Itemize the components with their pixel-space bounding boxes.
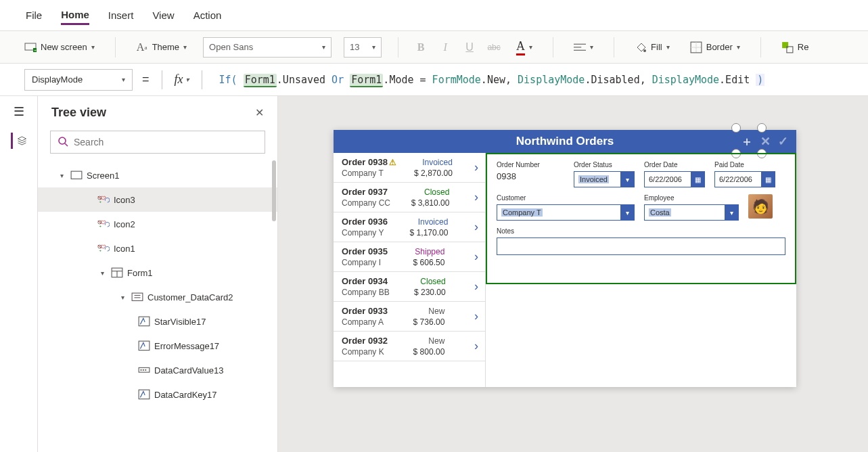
order-list[interactable]: Order 0938⚠Company TInvoiced$ 2,870.00›O… bbox=[334, 153, 486, 387]
order-number: Order 0934 bbox=[342, 276, 390, 286]
fill-button[interactable]: Fill ▾ bbox=[631, 39, 674, 56]
order-item[interactable]: Order 0933Company ANew$ 736.00› bbox=[334, 302, 485, 332]
tree-node-datacardkey[interactable]: DataCardKey17 bbox=[38, 382, 277, 407]
node-label: Icon2 bbox=[114, 219, 135, 229]
order-customer: Company I bbox=[342, 258, 388, 267]
order-customer: Company CC bbox=[342, 198, 390, 208]
theme-button[interactable]: Aa Theme ▾ bbox=[132, 39, 191, 56]
paiddate-label: Paid Date bbox=[714, 161, 775, 168]
search-icon bbox=[58, 136, 68, 149]
order-item[interactable]: Order 0938⚠Company TInvoiced$ 2,870.00› bbox=[334, 153, 485, 183]
order-customer: Company Y bbox=[342, 228, 388, 238]
employee-value: Costa bbox=[649, 208, 671, 217]
formula-bar: DisplayMode ▾ = fx ▾ If( Form1.Unsaved O… bbox=[0, 64, 868, 96]
svg-rect-30 bbox=[139, 317, 150, 326]
chevron-down-icon: ▾ bbox=[529, 43, 532, 51]
align-button[interactable]: ▾ bbox=[570, 39, 597, 56]
hamburger-icon[interactable]: ☰ bbox=[14, 104, 24, 119]
menu-insert[interactable]: Insert bbox=[108, 9, 134, 21]
screen-icon: + bbox=[24, 41, 37, 53]
warning-icon: ⚠ bbox=[389, 158, 396, 167]
bold-button[interactable]: B bbox=[415, 41, 427, 53]
order-status: New bbox=[428, 336, 444, 346]
font-color-button[interactable]: A ▾ bbox=[512, 37, 536, 58]
tree-search[interactable] bbox=[50, 131, 265, 154]
tree-view-tab[interactable] bbox=[11, 133, 27, 149]
svg-text:+: + bbox=[34, 48, 37, 52]
orderdate-picker[interactable]: 6/22/2006 ▦ bbox=[644, 171, 705, 187]
canvas[interactable]: Northwind Orders ＋ ✕ ✓ Order 0938⚠Compan… bbox=[278, 96, 868, 452]
node-label: Icon3 bbox=[114, 195, 135, 205]
tree-node-datacardvalue[interactable]: DataCardValue13 bbox=[38, 358, 277, 382]
fx-button[interactable]: fx ▾ bbox=[175, 72, 189, 87]
tree-node-starvisible[interactable]: StarVisible17 bbox=[38, 309, 277, 334]
order-form[interactable]: Order Number 0938 Order Status Invoiced … bbox=[486, 153, 796, 284]
order-customer: Company BB bbox=[342, 288, 390, 297]
orderstatus-dropdown[interactable]: Invoiced ▾ bbox=[574, 171, 635, 187]
menu-action[interactable]: Action bbox=[193, 9, 222, 21]
order-item[interactable]: Order 0934Company BBClosed$ 230.00› bbox=[334, 272, 485, 302]
order-amount: $ 3,810.00 bbox=[411, 198, 450, 208]
scrollbar-thumb[interactable] bbox=[272, 160, 276, 221]
node-label: Customer_DataCard2 bbox=[147, 292, 233, 302]
order-customer: Company K bbox=[342, 347, 388, 357]
search-input[interactable] bbox=[74, 137, 258, 148]
node-label: Screen1 bbox=[87, 171, 119, 181]
menu-file[interactable]: File bbox=[26, 9, 42, 21]
underline-button[interactable]: U bbox=[463, 41, 476, 53]
tree-body: ▾ Screen1 + Icon3 + Icon2 + Icon1 ▾ Form… bbox=[38, 160, 277, 452]
submit-icon[interactable]: ✓ bbox=[778, 134, 788, 149]
separator bbox=[553, 37, 553, 58]
font-size-select[interactable]: 13 ▾ bbox=[344, 37, 382, 58]
menu-view[interactable]: View bbox=[152, 9, 174, 21]
border-icon bbox=[690, 41, 702, 53]
chevron-right-icon: › bbox=[474, 220, 478, 234]
order-item[interactable]: Order 0932Company KNew$ 800.00› bbox=[334, 332, 485, 361]
dropdown-icon bbox=[138, 364, 150, 376]
property-select[interactable]: DisplayMode ▾ bbox=[24, 69, 133, 91]
tree-node-icon1[interactable]: + Icon1 bbox=[38, 236, 277, 261]
formula-input[interactable]: If( Form1.Unsaved Or Form1.Mode = FormMo… bbox=[214, 70, 844, 89]
tree-node-icon2[interactable]: + Icon2 bbox=[38, 212, 277, 236]
svg-text:+: + bbox=[99, 224, 101, 228]
order-item[interactable]: Order 0935Company IShipped$ 606.50› bbox=[334, 242, 485, 272]
svg-rect-31 bbox=[139, 341, 150, 351]
font-select[interactable]: Open Sans ▾ bbox=[203, 37, 332, 58]
order-number: Order 0937 bbox=[342, 187, 390, 197]
svg-rect-36 bbox=[139, 390, 150, 399]
token: .New, bbox=[481, 74, 511, 86]
border-button[interactable]: Border ▾ bbox=[686, 39, 744, 56]
chevron-down-icon: ▾ bbox=[725, 205, 738, 220]
tree-node-form1[interactable]: ▾ Form1 bbox=[38, 261, 277, 285]
paiddate-picker[interactable]: 6/22/2006 ▦ bbox=[714, 171, 775, 187]
strike-button[interactable]: abc bbox=[488, 41, 500, 53]
chevron-down-icon: ▾ bbox=[737, 43, 740, 51]
notes-input[interactable] bbox=[497, 238, 785, 255]
order-item[interactable]: Order 0937Company CCClosed$ 3,810.00› bbox=[334, 183, 485, 212]
tree-node-errormessage[interactable]: ErrorMessage17 bbox=[38, 334, 277, 358]
app-body: Order 0938⚠Company TInvoiced$ 2,870.00›O… bbox=[334, 153, 796, 387]
chevron-right-icon: › bbox=[474, 279, 478, 294]
token: Form1 bbox=[244, 74, 277, 87]
theme-icon: Aa bbox=[136, 41, 148, 53]
fill-icon bbox=[635, 41, 647, 53]
customer-dropdown[interactable]: Company T ▾ bbox=[497, 204, 635, 221]
tree-node-icon3[interactable]: + Icon3 bbox=[38, 187, 277, 212]
order-number: Order 0933 bbox=[342, 306, 388, 316]
reorder-button[interactable]: Re bbox=[777, 39, 813, 56]
selection-handle[interactable] bbox=[757, 123, 767, 133]
token: ) bbox=[756, 74, 764, 86]
selection-handle[interactable] bbox=[731, 123, 741, 133]
tree-node-customer-datacard[interactable]: ▾ Customer_DataCard2 bbox=[38, 285, 277, 309]
separator bbox=[162, 70, 162, 89]
order-item[interactable]: Order 0936Company YInvoiced$ 1,170.00› bbox=[334, 212, 485, 242]
menu-home[interactable]: Home bbox=[61, 9, 89, 25]
tree-node-screen1[interactable]: ▾ Screen1 bbox=[38, 163, 277, 187]
close-icon[interactable]: ✕ bbox=[255, 106, 264, 119]
italic-button[interactable]: I bbox=[439, 41, 451, 53]
order-number: Order 0935 bbox=[342, 246, 388, 256]
separator bbox=[760, 37, 761, 58]
orderstatus-value: Invoiced bbox=[578, 175, 609, 183]
new-screen-button[interactable]: + New screen ▾ bbox=[20, 39, 99, 56]
employee-dropdown[interactable]: Costa ▾ bbox=[644, 204, 739, 221]
